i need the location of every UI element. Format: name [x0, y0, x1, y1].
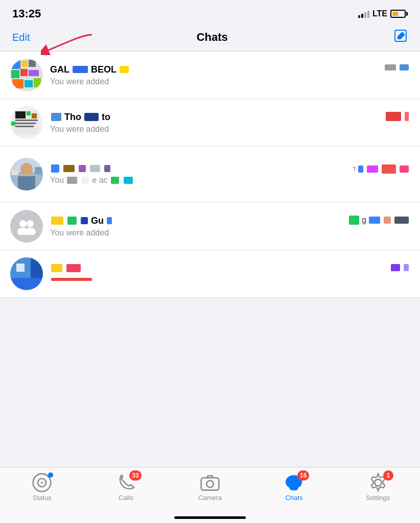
chat-name: Gu: [50, 216, 344, 226]
compose-button[interactable]: [394, 30, 408, 45]
avatar: [10, 210, 43, 243]
signal-bar-3: [364, 12, 366, 18]
battery-icon: [390, 10, 408, 18]
chat-header: 'f: [50, 164, 410, 174]
status-bar: 13:25 LTE: [0, 0, 420, 26]
chat-name: [50, 264, 386, 272]
avatar: [10, 158, 43, 191]
calls-badge: 33: [129, 470, 141, 481]
svg-rect-37: [10, 278, 43, 290]
list-item[interactable]: Tho to You were added: [0, 99, 420, 147]
svg-point-26: [20, 163, 33, 175]
chat-preview: You were added: [50, 228, 410, 237]
noise-block: [73, 66, 88, 73]
tab-bar: Status 33 Calls Camera 16: [0, 467, 420, 523]
chat-name: [50, 164, 348, 173]
svg-rect-10: [25, 80, 33, 87]
chat-preview: [50, 274, 410, 283]
settings-badge: 1: [383, 470, 393, 481]
svg-rect-5: [29, 60, 36, 67]
chat-list-container: GAL BEOL You were added: [0, 52, 420, 298]
signal-bar-4: [367, 11, 369, 18]
svg-rect-21: [32, 113, 37, 118]
tab-item-status[interactable]: Status: [0, 473, 84, 502]
chat-time: g: [348, 216, 410, 225]
tab-label-settings: Settings: [366, 494, 390, 502]
status-icon-wrap: [32, 473, 52, 492]
svg-rect-6: [11, 70, 19, 78]
tab-item-calls[interactable]: 33 Calls: [84, 473, 168, 502]
chat-content: [50, 264, 410, 283]
avatar: [10, 257, 43, 290]
svg-rect-7: [20, 69, 28, 76]
home-indicator: [174, 516, 246, 519]
chat-content: GAL BEOL You were added: [50, 64, 410, 86]
svg-point-43: [206, 481, 213, 487]
chat-content: Tho to You were added: [50, 112, 410, 134]
chat-header: Tho to: [50, 112, 410, 123]
chat-content: 'f You e ac: [50, 164, 410, 185]
svg-rect-18: [15, 123, 36, 124]
chat-preview: You e ac: [50, 176, 410, 185]
nav-bar: Edit Chats: [0, 26, 420, 52]
camera-icon-wrap: [200, 473, 220, 492]
avatar: [10, 59, 43, 91]
chat-time: [390, 264, 410, 271]
chat-header: [50, 264, 410, 272]
settings-icon-wrap: 1: [368, 473, 388, 492]
lte-label: LTE: [372, 9, 387, 18]
svg-rect-8: [29, 70, 39, 76]
camera-icon: [200, 472, 220, 493]
svg-rect-42: [201, 478, 219, 490]
chat-preview: You were added: [50, 77, 410, 86]
chat-header: GAL BEOL: [50, 64, 410, 75]
status-dot: [48, 472, 53, 478]
svg-rect-4: [21, 61, 28, 67]
tab-label-camera: Camera: [198, 494, 222, 502]
list-item[interactable]: Gu g You were added: [0, 203, 420, 250]
svg-rect-11: [34, 78, 41, 87]
svg-point-30: [19, 220, 27, 227]
chats-badge: 16: [297, 470, 309, 481]
svg-rect-36: [31, 257, 43, 278]
signal-bar-2: [361, 14, 363, 18]
svg-rect-9: [12, 79, 24, 88]
tab-label-calls: Calls: [119, 494, 133, 502]
tab-item-chats[interactable]: 16 Chats: [252, 473, 336, 502]
list-item[interactable]: GAL BEOL You were added: [0, 52, 420, 99]
chats-icon-wrap: 16: [284, 473, 304, 492]
status-time: 13:25: [12, 7, 41, 20]
chat-name: GAL BEOL: [50, 64, 380, 75]
chat-content: Gu g You were added: [50, 216, 410, 237]
group-icon: [16, 218, 37, 235]
edit-button[interactable]: Edit: [12, 32, 30, 43]
svg-rect-20: [27, 111, 31, 115]
svg-rect-22: [11, 122, 15, 126]
svg-rect-3: [11, 60, 20, 69]
chat-header: Gu g: [50, 216, 410, 226]
svg-rect-27: [18, 176, 35, 191]
chat-time: 'f: [353, 164, 410, 174]
tab-item-settings[interactable]: 1 Settings: [336, 473, 420, 502]
tab-item-camera[interactable]: Camera: [168, 473, 252, 502]
svg-rect-16: [15, 111, 26, 118]
status-icons: LTE: [358, 9, 408, 18]
svg-point-41: [41, 482, 43, 484]
chat-time: [384, 64, 410, 70]
list-item[interactable]: [0, 250, 420, 298]
chat-name: Tho to: [50, 112, 381, 123]
noise-block: [120, 66, 129, 73]
tab-label-status: Status: [33, 494, 52, 502]
tab-label-chats: Chats: [285, 494, 302, 502]
svg-point-31: [27, 220, 34, 227]
svg-rect-17: [15, 120, 38, 121]
avatar: [10, 106, 43, 139]
list-item[interactable]: 'f You e ac: [0, 147, 420, 203]
signal-bars-icon: [358, 10, 369, 18]
svg-rect-38: [16, 264, 25, 272]
calls-icon-wrap: 33: [116, 473, 136, 492]
svg-point-45: [375, 479, 381, 486]
chat-preview: You were added: [50, 125, 410, 134]
chat-time: [385, 112, 410, 121]
signal-bar-1: [358, 15, 360, 18]
